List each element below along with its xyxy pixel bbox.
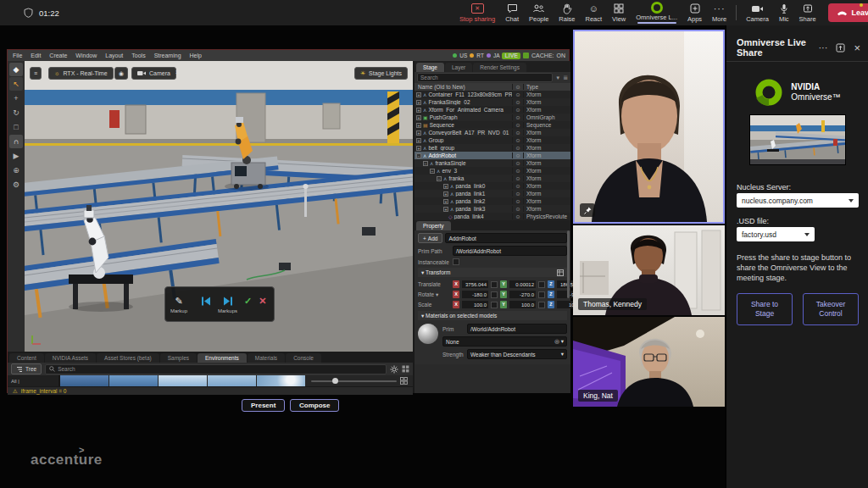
table-row[interactable]: +⋏Container_F11_123x80x89cm_PR_V...⊙Xfor… bbox=[415, 91, 570, 98]
browser-tree-panel[interactable]: All | bbox=[8, 375, 60, 386]
viewport-3d[interactable]: ≡ ☼ RTX - Real-Time ◉ Camera » ☀ Stage L… bbox=[25, 61, 413, 352]
menu-create[interactable]: Create bbox=[49, 53, 67, 58]
markup-pencil-button[interactable]: ✎ Markup bbox=[170, 296, 187, 313]
markup-prev-button[interactable] bbox=[201, 296, 211, 313]
translate-x-lock[interactable] bbox=[491, 281, 498, 288]
viewport-menu-button[interactable]: ≡ bbox=[30, 67, 42, 80]
environment-thumbnail[interactable] bbox=[159, 375, 207, 386]
play-tool-icon[interactable]: ▶ bbox=[9, 149, 23, 163]
usd-file-select[interactable]: factory.usd bbox=[737, 227, 815, 241]
people-button[interactable]: People bbox=[524, 0, 554, 25]
tab-environments[interactable]: Environments bbox=[198, 353, 247, 363]
visibility-button[interactable]: ◉ bbox=[114, 67, 128, 80]
participant-tile-3[interactable]: King, Nat bbox=[573, 317, 725, 407]
takeover-control-button[interactable]: Takeover Control bbox=[803, 293, 859, 325]
environment-thumbnail[interactable] bbox=[208, 375, 256, 386]
react-button[interactable]: ☺ React bbox=[581, 0, 608, 25]
menu-layout[interactable]: Layout bbox=[105, 53, 123, 58]
markup-reject-button[interactable]: ✕ bbox=[259, 296, 266, 313]
settings-tool-icon[interactable]: ⚙ bbox=[9, 178, 23, 191]
tab-render-settings[interactable]: Render Settings bbox=[473, 63, 526, 72]
scale-x-field[interactable]: 100.0 bbox=[462, 301, 488, 308]
menu-streaming[interactable]: Streaming bbox=[154, 53, 181, 58]
materials-section-header[interactable]: ▾ Materials on selected models bbox=[418, 311, 567, 320]
translate-y-lock[interactable] bbox=[538, 281, 545, 288]
translate-y-field[interactable]: 0.00012 bbox=[509, 280, 536, 288]
tab-materials[interactable]: Materials bbox=[248, 353, 285, 363]
table-row[interactable]: +⋏FrankaSingle_02⊙Xform bbox=[415, 98, 570, 106]
toolbar-expand-chevron[interactable]: » bbox=[175, 68, 180, 76]
rotate-y-field[interactable]: -270.0 bbox=[509, 291, 536, 298]
view-button[interactable]: View bbox=[607, 0, 631, 25]
more-button[interactable]: ··· More bbox=[707, 0, 732, 25]
menu-file[interactable]: File bbox=[13, 53, 22, 58]
scale-y-field[interactable]: 100.0 bbox=[509, 301, 536, 308]
live-badge[interactable]: LIVE bbox=[502, 53, 520, 59]
tab-samples[interactable]: Samples bbox=[160, 353, 197, 363]
tab-console[interactable]: Console bbox=[286, 353, 321, 363]
participant-tile-1[interactable] bbox=[573, 30, 725, 224]
table-row[interactable]: +▣PushGraph⊙OmniGraph bbox=[415, 114, 570, 121]
material-strength-select[interactable]: Weaker than Descendants▾ bbox=[467, 349, 567, 359]
instanceable-checkbox[interactable] bbox=[453, 258, 459, 265]
camera-button[interactable]: Camera bbox=[741, 0, 774, 25]
markup-next-button[interactable]: Markups bbox=[218, 296, 237, 313]
stage-search-input[interactable]: Search bbox=[417, 73, 553, 82]
close-panel-button[interactable]: × bbox=[854, 42, 860, 54]
stop-sharing-button[interactable]: ✕ Stop sharing bbox=[454, 0, 500, 25]
present-button[interactable]: Present bbox=[242, 399, 285, 412]
menu-window[interactable]: Window bbox=[75, 53, 97, 58]
content-search-input[interactable]: Search bbox=[45, 364, 387, 374]
stage-lights-button[interactable]: ☀ Stage Lights bbox=[354, 67, 408, 80]
table-row[interactable]: ◇panda_link4⊙PhysicsRevolute bbox=[415, 213, 570, 220]
table-row[interactable]: +⋏Xform_For_Animated_Camera⊙Xform bbox=[415, 106, 570, 114]
menu-tools[interactable]: Tools bbox=[131, 53, 145, 58]
scale-y-lock[interactable] bbox=[538, 302, 545, 308]
tab-property[interactable]: Property bbox=[416, 221, 451, 230]
camera-selector[interactable]: Camera bbox=[131, 67, 176, 80]
environment-thumbnail[interactable] bbox=[109, 375, 158, 386]
rotate-x-lock[interactable] bbox=[491, 291, 498, 298]
chat-button[interactable]: Chat bbox=[500, 0, 524, 25]
material-prim-field[interactable]: /World/AddnRobot bbox=[467, 324, 567, 334]
physics-tool-icon[interactable]: ⊕ bbox=[9, 164, 23, 177]
list-view-icon[interactable] bbox=[402, 365, 409, 373]
tab-content[interactable]: Content bbox=[9, 353, 44, 363]
table-row[interactable]: +⋏panda_link3⊙Xform bbox=[415, 205, 570, 213]
tab-nvidia-assets[interactable]: NVIDIA Assets bbox=[45, 353, 96, 363]
scale-tool-icon[interactable]: □ bbox=[9, 120, 23, 134]
snap-tool-icon[interactable]: ∩ bbox=[9, 135, 23, 148]
table-row[interactable]: +⋏panda_link0⊙Xform bbox=[415, 182, 570, 190]
tab-asset-stores[interactable]: Asset Stores (beta) bbox=[97, 353, 159, 363]
nav-tool-icon[interactable]: ◆ bbox=[9, 63, 23, 76]
tab-stage[interactable]: Stage bbox=[416, 63, 444, 72]
share-button[interactable]: Share bbox=[794, 0, 821, 25]
raise-hand-button[interactable]: Raise bbox=[554, 0, 580, 25]
menu-edit[interactable]: Edit bbox=[31, 53, 41, 58]
share-to-stage-button[interactable]: Share to Stage bbox=[737, 293, 793, 325]
move-tool-icon[interactable]: + bbox=[9, 92, 23, 105]
mic-button[interactable]: Mic bbox=[774, 0, 794, 25]
table-row[interactable]: +⋏belt_group⊙Xform bbox=[415, 144, 570, 152]
columns-icon[interactable]: ≣ bbox=[563, 75, 568, 81]
select-tool-icon[interactable]: ↖ bbox=[9, 77, 23, 91]
table-row[interactable]: +▤Sequence⊙Sequence bbox=[415, 121, 570, 129]
environment-thumbnail[interactable] bbox=[60, 375, 108, 386]
markup-approve-button[interactable]: ✓ bbox=[244, 296, 252, 313]
property-scrollbar[interactable] bbox=[567, 230, 570, 298]
prim-name-field[interactable]: AddnRobot bbox=[445, 233, 567, 243]
table-row[interactable]: +⋏panda_link2⊙Xform bbox=[415, 197, 570, 205]
pinned-badge[interactable] bbox=[580, 203, 595, 217]
compose-button[interactable]: Compose bbox=[290, 399, 339, 412]
nucleus-server-select[interactable]: nucleus.company.com bbox=[737, 193, 859, 208]
tab-layer[interactable]: Layer bbox=[445, 63, 472, 72]
environment-thumbnail[interactable] bbox=[257, 375, 305, 386]
scale-x-lock[interactable] bbox=[491, 302, 498, 308]
grid-view-icon[interactable] bbox=[400, 377, 408, 385]
tree-toggle-button[interactable]: Tree bbox=[11, 363, 42, 374]
material-select[interactable]: None◎ ▾ bbox=[442, 336, 567, 347]
thumbnail-size-slider[interactable] bbox=[306, 375, 413, 386]
participant-tile-2[interactable]: Thomas, Kennedy bbox=[573, 225, 725, 315]
panel-more-button[interactable]: ··· bbox=[818, 42, 827, 53]
translate-x-field[interactable]: 3756.044 bbox=[462, 280, 488, 288]
